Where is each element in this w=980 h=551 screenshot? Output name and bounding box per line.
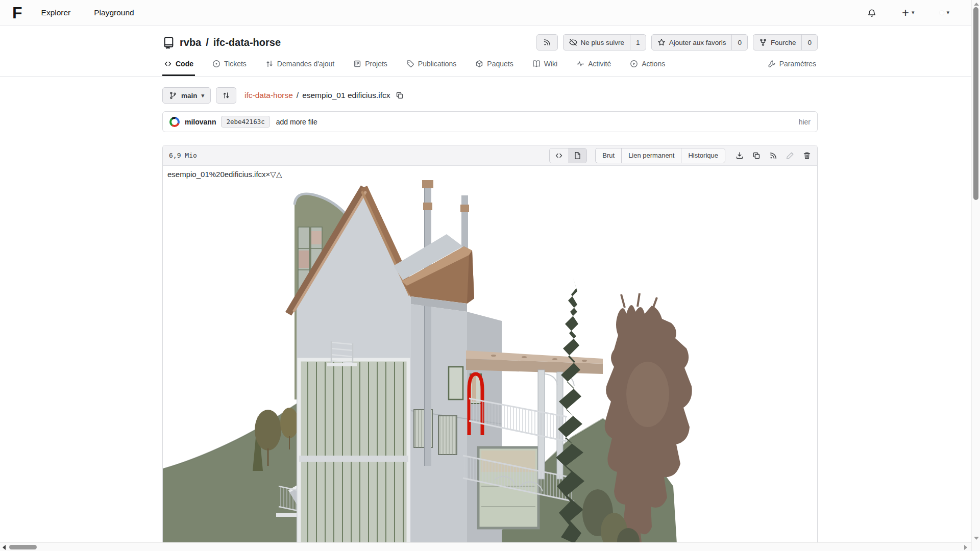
view-mode-toggle <box>549 148 587 163</box>
unwatch-button[interactable]: Ne plus suivre <box>564 35 630 50</box>
code-icon <box>555 152 563 160</box>
fork-label: Fourche <box>771 39 796 46</box>
file-action-buttons: Brut Lien permanent Historique <box>595 148 725 163</box>
scroll-left-arrow[interactable] <box>3 545 6 550</box>
commit-time: hier <box>799 118 811 126</box>
file-header: 6,9 Mio Brut Lien permanent Historique <box>163 145 817 166</box>
ifc-3d-render[interactable] <box>163 180 817 551</box>
project-board-icon <box>353 60 361 68</box>
edit-file-button <box>786 152 794 160</box>
tab-issues[interactable]: Tickets <box>211 57 248 76</box>
create-new-button[interactable]: + ▾ <box>902 7 915 19</box>
nav-item-explorer[interactable]: Explorer <box>41 8 71 17</box>
nav-item-playground[interactable]: Playground <box>94 8 134 17</box>
repo-separator: / <box>206 37 209 48</box>
fork-button[interactable]: Fourche <box>753 35 802 50</box>
view-rendered-button[interactable] <box>568 148 586 163</box>
scroll-right-arrow[interactable] <box>964 545 967 550</box>
history-button[interactable]: Historique <box>681 148 725 163</box>
book-icon <box>532 60 541 68</box>
vertical-scrollbar[interactable] <box>971 0 980 551</box>
chevron-down-icon: ▾ <box>912 9 915 16</box>
branch-selector[interactable]: main ▾ <box>162 87 211 104</box>
permalink-button[interactable]: Lien permanent <box>621 148 681 163</box>
download-icon <box>736 152 744 160</box>
copy-content-button[interactable] <box>752 152 761 160</box>
tab-settings[interactable]: Paramètres <box>766 57 818 76</box>
pencil-icon <box>786 152 794 160</box>
top-navbar: F Explorer Playground + ▾ ▾ <box>0 0 980 26</box>
repo-header-section: rvba / ifc-data-horse Ne plus suivre 1 <box>0 26 980 77</box>
raw-button[interactable]: Brut <box>596 148 621 163</box>
eye-slash-icon <box>569 38 577 46</box>
scroll-down-arrow[interactable] <box>974 537 979 540</box>
file-size: 6,9 Mio <box>169 152 197 159</box>
latest-commit-bar: milovann 2ebe42163c add more file hier <box>162 111 818 132</box>
copy-icon <box>396 91 404 99</box>
copy-icon <box>752 152 761 160</box>
forgejo-logo[interactable]: F <box>12 5 22 21</box>
rss-icon <box>543 38 551 46</box>
commit-sha-link[interactable]: 2ebe42163c <box>221 116 270 128</box>
pull-request-icon <box>265 60 274 68</box>
chevron-down-icon: ▾ <box>946 9 949 16</box>
ifc-viewer-title[interactable]: esempio_01%20edificius.ifcx×▽△ <box>163 166 817 180</box>
tab-actions[interactable]: Actions <box>628 57 667 76</box>
stars-count[interactable]: 0 <box>731 35 747 50</box>
tab-code[interactable]: Code <box>162 57 195 76</box>
repository-icon <box>162 36 175 49</box>
scroll-up-arrow[interactable] <box>974 3 979 6</box>
breadcrumb: ifc-data-horse / esempio_01 edificius.if… <box>244 91 404 100</box>
watchers-count[interactable]: 1 <box>630 35 646 50</box>
file-icon <box>573 152 581 160</box>
code-icon <box>164 60 172 68</box>
commit-author-name[interactable]: milovann <box>185 118 216 126</box>
breadcrumb-repo-link[interactable]: ifc-data-horse <box>244 91 293 100</box>
user-menu-button[interactable]: ▾ <box>940 9 949 16</box>
git-branch-icon <box>169 91 177 99</box>
branch-name: main <box>181 92 198 99</box>
commit-author-avatar[interactable] <box>169 117 180 127</box>
tab-projects[interactable]: Projets <box>352 57 389 76</box>
file-rss-button[interactable] <box>769 152 777 160</box>
tag-icon <box>406 60 414 68</box>
commit-message[interactable]: add more file <box>276 118 317 126</box>
star-button[interactable]: Ajouter aux favoris <box>652 35 732 50</box>
tab-releases[interactable]: Publications <box>405 57 458 76</box>
fork-icon <box>759 38 767 46</box>
horizontal-scrollbar[interactable] <box>0 542 971 551</box>
chevron-down-icon: ▾ <box>202 92 205 99</box>
wrench-icon <box>768 60 776 68</box>
file-view-box: 6,9 Mio Brut Lien permanent Historique <box>162 145 818 551</box>
repo-owner[interactable]: rvba <box>180 37 201 48</box>
breadcrumb-file-name: esempio_01 edificius.ifcx <box>302 91 390 100</box>
tab-packages[interactable]: Paquets <box>474 57 514 76</box>
star-label: Ajouter aux favoris <box>669 39 726 46</box>
vertical-scroll-thumb[interactable] <box>973 7 978 200</box>
repo-file-page: main ▾ ifc-data-horse / esempio_01 edifi… <box>162 87 818 551</box>
plus-icon: + <box>902 7 909 19</box>
tab-activity[interactable]: Activité <box>575 57 612 76</box>
package-icon <box>475 60 483 68</box>
play-circle-icon <box>630 60 638 68</box>
view-source-button[interactable] <box>550 148 568 163</box>
pulse-icon <box>576 60 584 68</box>
horizontal-scroll-thumb[interactable] <box>9 545 37 549</box>
download-button[interactable] <box>736 152 744 160</box>
rss-feed-button[interactable] <box>537 35 557 50</box>
compare-arrows-icon <box>222 91 230 99</box>
trash-icon <box>803 152 811 160</box>
branch-bar: main ▾ ifc-data-horse / esempio_01 edifi… <box>162 87 818 104</box>
rss-icon <box>769 152 777 160</box>
tab-pull-requests[interactable]: Demandes d'ajout <box>264 57 336 76</box>
tab-wiki[interactable]: Wiki <box>531 57 559 76</box>
delete-file-button[interactable] <box>803 152 811 160</box>
forks-count[interactable]: 0 <box>801 35 817 50</box>
repo-title: rvba / ifc-data-horse <box>162 36 281 49</box>
breadcrumb-separator: / <box>297 91 299 100</box>
copy-path-button[interactable] <box>396 91 404 99</box>
notifications-button[interactable] <box>867 8 876 17</box>
compare-button[interactable] <box>216 87 236 104</box>
repo-name[interactable]: ifc-data-horse <box>213 37 281 48</box>
star-icon <box>657 38 666 46</box>
